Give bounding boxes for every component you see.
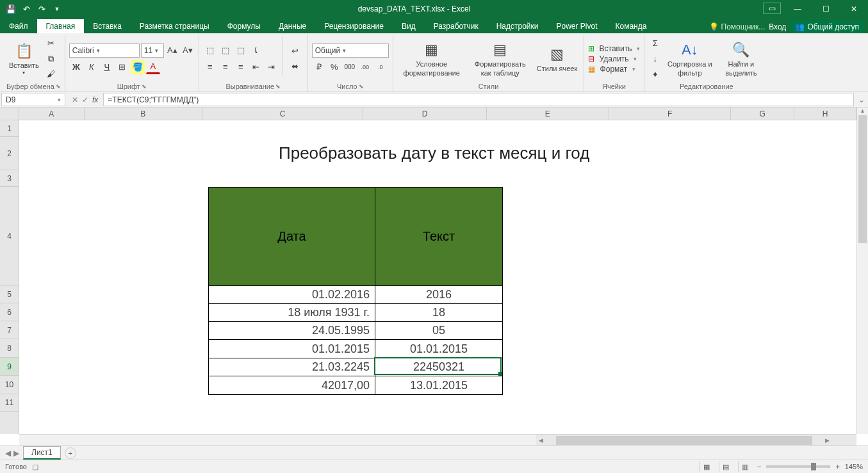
orientation-button[interactable]: ⤹: [249, 44, 263, 58]
decrease-decimal-button[interactable]: .0: [373, 60, 388, 74]
table-cell[interactable]: 2016: [375, 286, 503, 304]
align-top-button[interactable]: ⬚: [203, 44, 217, 58]
table-cell[interactable]: 01.01.2015: [209, 340, 375, 358]
col-header-D[interactable]: D: [363, 108, 487, 120]
increase-font-button[interactable]: A▴: [165, 44, 179, 58]
row-header-7[interactable]: 7: [0, 321, 19, 339]
table-cell[interactable]: 22450321: [375, 358, 503, 376]
insert-cells-button[interactable]: ⊞ Вставить ▾: [588, 44, 640, 53]
tab-данные[interactable]: Данные: [270, 19, 315, 33]
sort-filter-button[interactable]: A↓ Сортировка и фильтр: [665, 36, 715, 81]
table-cell[interactable]: 24.05.1995: [209, 322, 375, 340]
format-as-table-button[interactable]: ▤ Форматировать как таблицу: [469, 36, 532, 81]
row-header-2[interactable]: 2: [0, 137, 19, 170]
delete-cells-button[interactable]: ⊟ Удалить ▾: [588, 54, 640, 63]
zoom-value[interactable]: 145%: [845, 463, 863, 470]
accept-formula-icon[interactable]: ✓: [82, 95, 88, 104]
tab-разметка-страницы[interactable]: Разметка страницы: [131, 19, 218, 33]
table-cell[interactable]: 21.03.2245: [209, 358, 375, 376]
row-header-5[interactable]: 5: [0, 285, 19, 303]
align-left-button[interactable]: ≡: [203, 60, 217, 74]
table-cell[interactable]: 01.02.2016: [209, 286, 375, 304]
align-bottom-button[interactable]: ⬚: [234, 44, 248, 58]
col-header-E[interactable]: E: [487, 108, 609, 120]
normal-view-button[interactable]: ▦: [700, 461, 714, 472]
cell-styles-button[interactable]: ▧ Стили ячеек: [534, 36, 580, 81]
tab-рецензирование[interactable]: Рецензирование: [315, 19, 393, 33]
maximize-button[interactable]: ☐: [812, 0, 840, 18]
macro-record-icon[interactable]: ▢: [32, 463, 38, 471]
name-box[interactable]: D9▾: [1, 93, 65, 106]
decrease-font-button[interactable]: A▾: [181, 44, 195, 58]
bold-button[interactable]: Ж: [69, 60, 83, 74]
tab-вставка[interactable]: Вставка: [84, 19, 131, 33]
save-icon[interactable]: 💾: [4, 2, 18, 16]
zoom-out-button[interactable]: −: [757, 463, 761, 470]
font-color-button[interactable]: A: [146, 60, 160, 74]
autosum-button[interactable]: Σ: [648, 36, 662, 51]
zoom-in-button[interactable]: +: [835, 463, 839, 470]
table-cell[interactable]: 18: [375, 304, 503, 322]
row-header-3[interactable]: 3: [0, 170, 19, 187]
accounting-format-button[interactable]: ₽: [312, 60, 326, 74]
horizontal-scrollbar[interactable]: ◀▶: [19, 434, 856, 445]
login-link[interactable]: Вход: [769, 22, 786, 31]
tab-главная[interactable]: Главная: [37, 19, 85, 33]
zoom-slider[interactable]: [766, 465, 830, 468]
paste-button[interactable]: 📋 Вставить ▾: [6, 36, 42, 81]
fill-button[interactable]: ↓: [648, 52, 662, 66]
font-launcher-icon[interactable]: ⬊: [142, 83, 147, 90]
minimize-button[interactable]: —: [783, 0, 812, 18]
comma-format-button[interactable]: 000: [343, 60, 357, 74]
qat-customize-icon[interactable]: ▼: [50, 2, 64, 16]
format-painter-button[interactable]: 🖌: [44, 67, 58, 81]
table-cell[interactable]: 18 июля 1931 г.: [209, 304, 375, 322]
formula-input[interactable]: =ТЕКСТ(C9;"ГГГГММДД"): [103, 93, 854, 106]
borders-button[interactable]: ⊞: [115, 60, 129, 74]
align-middle-button[interactable]: ⬚: [218, 44, 233, 58]
tab-команда[interactable]: Команда: [607, 19, 656, 33]
align-center-button[interactable]: ≡: [218, 60, 233, 74]
row-header-8[interactable]: 8: [0, 339, 19, 358]
percent-format-button[interactable]: %: [327, 60, 341, 74]
cut-button[interactable]: ✂: [44, 36, 58, 51]
tab-разработчик[interactable]: Разработчик: [425, 19, 487, 33]
merge-button[interactable]: ⬌: [287, 60, 304, 74]
cancel-formula-icon[interactable]: ✕: [72, 95, 78, 104]
font-size-select[interactable]: 11▾: [141, 44, 164, 58]
fill-color-button[interactable]: 🪣: [131, 60, 145, 74]
format-cells-button[interactable]: ▦ Формат ▾: [588, 65, 640, 74]
fx-icon[interactable]: fx: [92, 95, 98, 104]
decrease-indent-button[interactable]: ⇤: [249, 60, 263, 74]
add-sheet-button[interactable]: +: [65, 447, 76, 459]
conditional-formatting-button[interactable]: ▦ Условное форматирование: [397, 36, 466, 81]
number-launcher-icon[interactable]: ⬊: [359, 83, 364, 90]
table-cell[interactable]: 01.01.2015: [375, 340, 503, 358]
col-header-H[interactable]: H: [794, 108, 856, 120]
alignment-launcher-icon[interactable]: ⬊: [275, 83, 281, 90]
close-button[interactable]: ✕: [840, 0, 868, 18]
sheet-tab-1[interactable]: Лист1: [23, 446, 61, 460]
ribbon-options-icon[interactable]: ▭: [763, 3, 781, 14]
increase-decimal-button[interactable]: .00: [358, 60, 372, 74]
row-header-11[interactable]: 11: [0, 394, 19, 412]
tell-me-input[interactable]: 💡 Помощник...: [709, 22, 766, 31]
tab-file[interactable]: Файл: [0, 19, 37, 33]
row-header-10[interactable]: 10: [0, 376, 19, 394]
undo-icon[interactable]: ↶: [19, 2, 33, 16]
tab-формулы[interactable]: Формулы: [218, 19, 270, 33]
col-header-C[interactable]: C: [202, 108, 364, 120]
font-name-select[interactable]: Calibri▾: [69, 44, 140, 58]
page-break-view-button[interactable]: ▥: [738, 461, 752, 472]
cells-area[interactable]: Преобразовать дату в текст месяц и год Д…: [19, 120, 856, 434]
row-header-9[interactable]: 9: [0, 358, 19, 376]
col-header-G[interactable]: G: [731, 108, 794, 120]
copy-button[interactable]: ⧉: [44, 52, 58, 66]
tab-вид[interactable]: Вид: [393, 19, 425, 33]
number-format-select[interactable]: Общий▾: [312, 44, 389, 58]
table-cell[interactable]: 05: [375, 322, 503, 340]
align-right-button[interactable]: ≡: [234, 60, 248, 74]
table-cell[interactable]: 13.01.2015: [375, 376, 503, 395]
wrap-text-button[interactable]: ↩: [287, 44, 304, 58]
sheet-nav[interactable]: ◀▶: [5, 449, 19, 458]
